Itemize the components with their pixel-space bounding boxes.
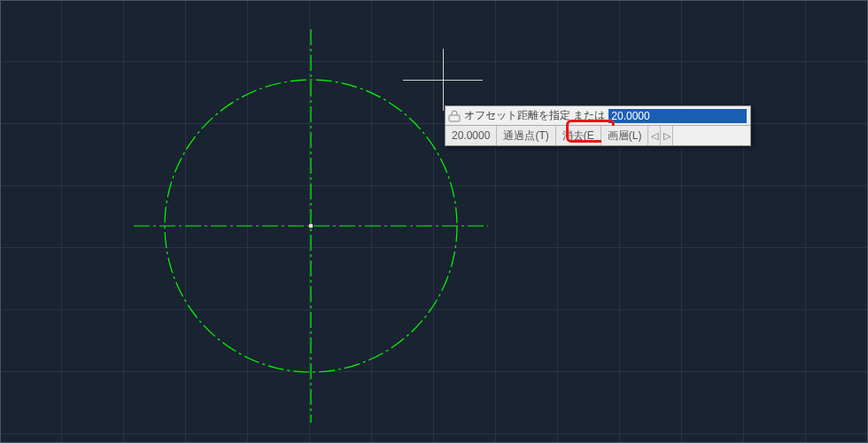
offset-distance-input[interactable]	[608, 109, 747, 123]
dynamic-input-popup: オフセット距離を指定 または 20.0000 通過点(T) 消去(E 画層(L)…	[445, 105, 751, 146]
option-layer[interactable]: 画層(L)	[601, 126, 649, 145]
options-prev-button[interactable]: ◁	[648, 126, 661, 145]
options-row: 20.0000 通過点(T) 消去(E 画層(L) ◁ ▷	[446, 126, 750, 145]
option-through-point[interactable]: 通過点(T)	[497, 126, 555, 145]
drawing-canvas[interactable]	[0, 0, 868, 443]
command-icon	[447, 109, 461, 123]
option-current-value[interactable]: 20.0000	[446, 126, 497, 145]
center-point-marker	[309, 224, 313, 228]
options-next-button[interactable]: ▷	[661, 126, 673, 145]
svg-rect-0	[449, 115, 460, 121]
prompt-label: オフセット距離を指定 または	[464, 108, 608, 123]
option-erase[interactable]: 消去(E	[556, 126, 601, 145]
